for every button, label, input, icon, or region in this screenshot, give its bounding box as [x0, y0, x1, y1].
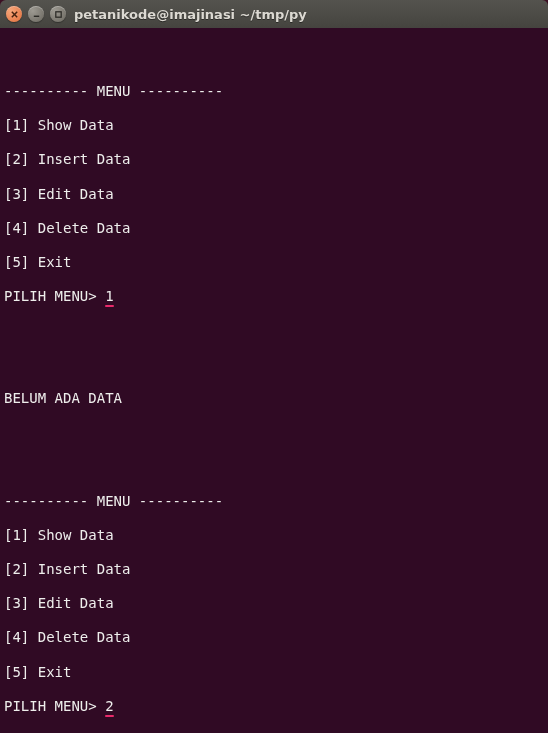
- window-buttons: [6, 6, 66, 22]
- menu-item: [3] Edit Data: [4, 595, 544, 612]
- terminal-line: [4, 425, 544, 442]
- output-line: BELUM ADA DATA: [4, 390, 544, 407]
- terminal-line: [4, 459, 544, 476]
- menu-item: [5] Exit: [4, 254, 544, 271]
- user-input: 2: [105, 698, 113, 715]
- user-input: 1: [105, 288, 113, 305]
- menu-header: ---------- MENU ----------: [4, 493, 544, 510]
- maximize-icon: [54, 10, 63, 19]
- prompt-line: PILIH MENU> 1: [4, 288, 544, 305]
- window-titlebar: petanikode@imajinasi ~/tmp/py: [0, 0, 548, 28]
- menu-item: [3] Edit Data: [4, 186, 544, 203]
- terminal-line: [4, 356, 544, 373]
- prompt-label: PILIH MENU>: [4, 698, 105, 714]
- menu-item: [2] Insert Data: [4, 561, 544, 578]
- menu-item: [2] Insert Data: [4, 151, 544, 168]
- menu-item: [4] Delete Data: [4, 629, 544, 646]
- window-title: petanikode@imajinasi ~/tmp/py: [74, 7, 307, 22]
- minimize-button[interactable]: [28, 6, 44, 22]
- close-icon: [10, 10, 19, 19]
- close-button[interactable]: [6, 6, 22, 22]
- menu-item: [5] Exit: [4, 664, 544, 681]
- menu-header: ---------- MENU ----------: [4, 83, 544, 100]
- terminal-line: [4, 322, 544, 339]
- maximize-button[interactable]: [50, 6, 66, 22]
- prompt-label: PILIH MENU>: [4, 288, 105, 304]
- terminal-line: [4, 49, 544, 66]
- prompt-line: PILIH MENU> 2: [4, 698, 544, 715]
- menu-item: [1] Show Data: [4, 117, 544, 134]
- terminal-output[interactable]: ---------- MENU ---------- [1] Show Data…: [0, 28, 548, 733]
- menu-item: [1] Show Data: [4, 527, 544, 544]
- svg-rect-3: [55, 11, 60, 16]
- menu-item: [4] Delete Data: [4, 220, 544, 237]
- minimize-icon: [32, 10, 41, 19]
